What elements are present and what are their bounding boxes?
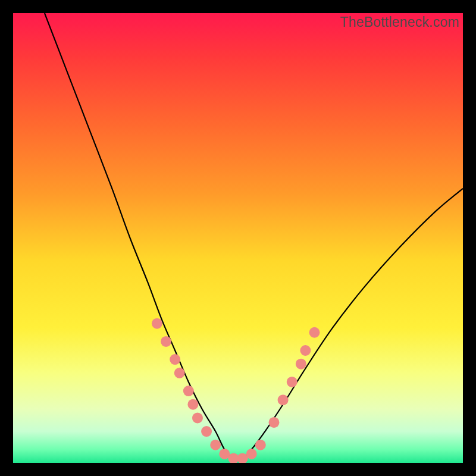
curve-marker xyxy=(309,327,320,338)
curve-marker xyxy=(255,440,266,450)
curve-marker xyxy=(161,336,171,347)
curve-marker xyxy=(183,386,194,396)
curve-marker xyxy=(287,377,298,387)
curve-marker xyxy=(210,440,221,450)
curve-marker xyxy=(246,449,257,459)
watermark-text: TheBottleneck.com xyxy=(340,14,459,30)
curve-marker xyxy=(187,399,198,410)
chart-frame: TheBottleneck.com xyxy=(13,13,463,463)
curve-marker xyxy=(192,412,203,423)
curve-marker xyxy=(201,426,212,437)
curve-marker xyxy=(152,318,162,329)
curve-marker xyxy=(268,417,279,428)
curve-marker xyxy=(278,394,289,405)
marker-group xyxy=(152,318,320,463)
curve-marker xyxy=(300,345,311,356)
curve-marker xyxy=(174,368,185,378)
curve-marker xyxy=(170,354,180,365)
chart-svg xyxy=(13,13,463,463)
bottleneck-curve xyxy=(45,13,463,459)
curve-marker xyxy=(296,359,306,369)
